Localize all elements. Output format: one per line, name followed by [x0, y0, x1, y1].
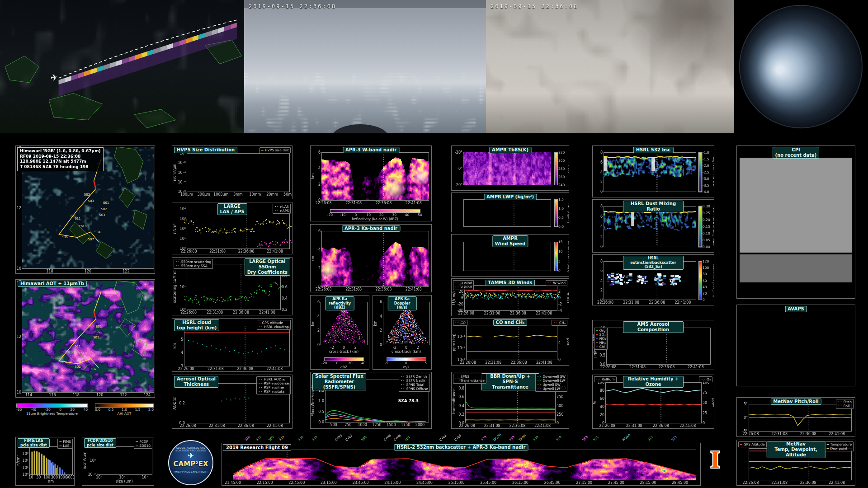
legend-label: U wind — [461, 281, 472, 285]
legend-item: ··SPNS Total — [401, 383, 428, 387]
panel-title: Relative Humidity + Ozone — [623, 376, 684, 388]
legend-item: ··nLAS — [274, 205, 289, 209]
panel-apr-ka-band: APR-3 Ka-band nadir — [310, 224, 432, 292]
legend-label: Downwell SW — [542, 375, 566, 379]
panel-title: MetNav Pitch/Roll — [770, 399, 821, 405]
legend-item: ··SSFR Zenith — [401, 375, 428, 379]
legend-swatch: ·· — [838, 400, 842, 404]
panel-fcdp-2ds10: FCDP/2DS10 pcle size dist —FCDP—2DS10 — [82, 437, 154, 486]
waypoint-label: CY06 — [453, 434, 462, 442]
waypoint-label: 503 — [268, 435, 275, 442]
panel-hvps: HVPS Size Distribution —HVPS size dist — [172, 145, 292, 199]
legend-item: ··HSRL AOD₅₃₂ — [258, 377, 289, 381]
legend-label: Chl — [599, 345, 605, 349]
panel-title: AMPR Wind Speed — [492, 235, 528, 247]
campex-logo: CLOUD, AEROSOL AND MONSOON PROCESSES ✈ C… — [166, 440, 216, 486]
legend-item: ··W wind — [547, 281, 566, 285]
logo-name: CAMP²EX — [169, 460, 212, 468]
colorbar-tick: 1.5 — [135, 408, 141, 412]
legend-label: RSP τ₅₃₂total — [264, 389, 286, 394]
legend-label: 550nm scattering — [181, 260, 212, 264]
brightness-temp-colorbar: -60-40-200204011μm Brightness Temperatur… — [16, 404, 88, 416]
legend-item: ··RSP τ₅₃₂total — [258, 389, 289, 394]
panel-ampr-lwp: AMPR LWP (kg/m²) — [451, 192, 569, 232]
colorbar-tick: 2.0 — [148, 408, 154, 412]
panel-title: AMPR LWP (kg/m²) — [484, 194, 537, 200]
legend-label: W wind — [553, 281, 566, 285]
legend-item: ··SSFR Nadir — [401, 379, 428, 383]
camera-3d-visualization — [0, 0, 244, 133]
waypoint-label: S09 — [533, 435, 539, 442]
colorbar-tick: -40 — [31, 408, 36, 412]
legend-swatch: ·· — [537, 383, 542, 387]
panel-title: CPI (no recent data) — [773, 147, 820, 159]
legend-swatch: — — [136, 440, 138, 444]
legend-swatch: ·· — [838, 404, 842, 408]
camera-nadir: 2019-09-15 22:36:08 — [486, 0, 734, 133]
panel-tamms-winds: TAMMS 3D Winds ··U wind··V wind ··W wind — [451, 278, 569, 316]
cpi-no-data-area — [740, 158, 852, 253]
legend-label: NO₃ — [599, 337, 606, 341]
panel-large-las-aps: LARGE LAS / APS ··nLAS··nAPS — [172, 202, 292, 254]
position-line: 120.980E 12.147N alt 5477m — [20, 159, 101, 164]
legend-item: ··Pitch — [838, 400, 852, 404]
legend-swatch: ·· — [274, 209, 279, 213]
camera-timestamp: 2019-09-15 22:36:08 — [249, 3, 336, 9]
waypoint-label: TERR — [519, 434, 527, 442]
legend-swatch: ·· — [258, 389, 263, 394]
legend-label: SO₄ — [599, 333, 606, 337]
panel-rh-ozone: Relative Humidity + Ozone ··RelHum ··O₃ — [592, 375, 714, 429]
legend-label: HVPS size dist — [265, 148, 289, 152]
airplane-icon: ✈ — [169, 452, 212, 460]
legend-label: SSFR Zenith — [406, 375, 427, 379]
waypoint-label: S6B — [581, 435, 589, 442]
waypoint-label: CY02 — [439, 434, 447, 442]
panel-title: LARGE LAS / APS — [217, 203, 247, 215]
legend-swatch: — — [596, 333, 598, 337]
panel-title: AMPR Tb85(K) — [489, 147, 531, 153]
legend-swatch: — — [136, 444, 138, 448]
flight-label: 2019 Research Flight 09 — [223, 444, 291, 451]
panel-title: Aerosol Optical Thickness — [174, 376, 218, 388]
legend-swatch: ·· — [258, 377, 263, 381]
campex-logo-disc: CLOUD, AEROSOL AND MONSOON PROCESSES ✈ C… — [168, 440, 213, 485]
panel-apr-ka-reflectivity: APR Ka reflectivity (dBZ) — [310, 295, 369, 370]
legend-swatch: ·· — [175, 260, 180, 264]
camera-timestamp: 2019-09-15 22:36:08 — [491, 3, 578, 9]
heading-line: T 081368 SZA 78 heading 198 — [20, 164, 101, 170]
colorbar-gradient — [16, 404, 88, 408]
legend-item: —GPS Altitude — [740, 442, 765, 446]
waypoint-label: S03 — [278, 435, 285, 442]
waypoint-label: CY06 — [383, 434, 392, 442]
legend-swatch: ·· — [401, 387, 405, 391]
legend-swatch: ·· — [258, 381, 263, 385]
legend-label: 2DS10 — [139, 444, 151, 448]
legend-swatch: ·· — [455, 281, 459, 285]
panel-flight-timeline: 2019 Research Flight 09 HSRL-2 532nm bac… — [222, 443, 701, 486]
waypoint-label: CY08 — [393, 434, 402, 442]
legend-label: Dew point — [830, 446, 847, 450]
legend-label: nLAS — [280, 205, 289, 209]
nadir-camera-image — [486, 0, 734, 133]
panel-apr-ka-doppler: APR Ka Doppler (m/s) — [373, 295, 432, 370]
legend-swatch: — — [596, 341, 598, 345]
legend-swatch: ·· — [401, 379, 405, 383]
panel-cpi: CPI (no recent data) — [736, 145, 855, 299]
hvps-size-distribution — [172, 146, 292, 199]
waypoint-label: S04 — [297, 435, 304, 442]
panel-large-optical: LARGE Optical 550nm Dry Coefficients ··5… — [172, 257, 292, 315]
legend-label: Temperature — [830, 442, 852, 446]
legend-item: ··RSP τ₅₃₂fine — [258, 385, 289, 389]
panel-title: AVAPS — [785, 306, 807, 312]
legend-item: ··U wind — [455, 281, 472, 285]
panel-title: APR Ka reflectivity (dBZ) — [325, 296, 354, 310]
panel-hsrl-dust: HSRL Dust Mixing Ratio — [592, 199, 714, 253]
sza-note: SZA 78.3 — [398, 399, 419, 403]
legend-item: ··SPNS Transmittance — [455, 375, 485, 383]
legend-swatch: — — [596, 328, 598, 333]
panel-title: AMS Aerosol Composition — [623, 321, 684, 333]
panel-himawari-aot: Himawari AOT + 11μmTb — [15, 279, 155, 398]
fisheye-camera-image — [734, 0, 868, 133]
legend-item: ··Upwell SW — [537, 383, 566, 387]
legend-swatch: ·· — [596, 377, 600, 381]
